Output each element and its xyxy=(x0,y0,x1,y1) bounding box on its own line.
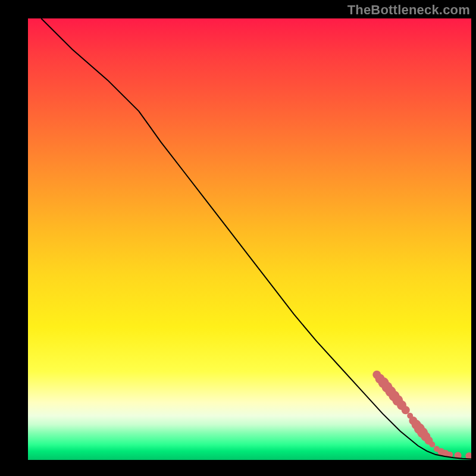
line-series xyxy=(41,18,471,459)
watermark-text: TheBottleneck.com xyxy=(347,2,470,18)
scatter-point xyxy=(402,406,410,414)
scatter-layer xyxy=(372,371,471,460)
plot-area xyxy=(28,18,471,460)
scatter-point xyxy=(429,441,435,447)
chart-overlay xyxy=(28,18,471,460)
chart-root: TheBottleneck.com xyxy=(0,0,476,476)
